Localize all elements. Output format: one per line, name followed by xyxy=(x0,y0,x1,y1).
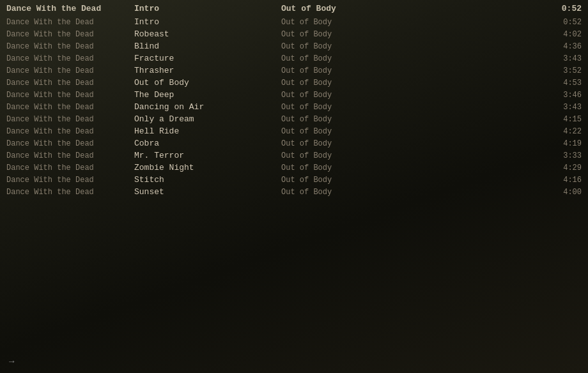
track-title: The Deep xyxy=(134,90,281,100)
track-title: Only a Dream xyxy=(134,114,281,124)
track-artist: Dance With the Dead xyxy=(6,115,134,124)
track-list: Dance With the Dead Intro Out of Body 0:… xyxy=(0,0,588,201)
track-artist: Dance With the Dead xyxy=(6,66,134,75)
track-artist: Dance With the Dead xyxy=(6,54,134,63)
track-title: Intro xyxy=(134,17,281,27)
track-duration: 4:02 xyxy=(543,30,582,39)
track-album: Out of Body xyxy=(281,18,543,27)
track-duration: 4:22 xyxy=(543,127,582,136)
track-album: Out of Body xyxy=(281,127,543,136)
track-row[interactable]: Dance With the DeadRobeastOut of Body4:0… xyxy=(0,28,588,40)
track-album: Out of Body xyxy=(281,151,543,160)
track-duration: 3:43 xyxy=(543,103,582,112)
track-title: Thrasher xyxy=(134,66,281,75)
track-album: Out of Body xyxy=(281,103,543,112)
track-artist: Dance With the Dead xyxy=(6,164,134,172)
track-album: Out of Body xyxy=(281,30,543,39)
header-duration: 0:52 xyxy=(543,4,582,13)
track-title: Dancing on Air xyxy=(134,102,281,112)
track-duration: 4:15 xyxy=(543,115,582,124)
track-artist: Dance With the Dead xyxy=(6,151,134,160)
track-artist: Dance With the Dead xyxy=(6,188,134,197)
track-duration: 4:36 xyxy=(543,42,582,51)
track-header-row: Dance With the Dead Intro Out of Body 0:… xyxy=(0,3,588,15)
bottom-arrow-icon: → xyxy=(9,356,14,367)
track-duration: 0:52 xyxy=(543,18,582,27)
track-title: Hell Ride xyxy=(134,126,281,136)
track-album: Out of Body xyxy=(281,188,543,197)
track-row[interactable]: Dance With the DeadOut of BodyOut of Bod… xyxy=(0,77,588,89)
track-artist: Dance With the Dead xyxy=(6,18,134,27)
track-row[interactable]: Dance With the DeadMr. TerrorOut of Body… xyxy=(0,149,588,162)
track-duration: 4:19 xyxy=(543,139,582,148)
track-album: Out of Body xyxy=(281,91,543,100)
track-duration: 3:33 xyxy=(543,151,582,160)
track-artist: Dance With the Dead xyxy=(6,127,134,136)
track-row[interactable]: Dance With the DeadOnly a DreamOut of Bo… xyxy=(0,113,588,125)
track-artist: Dance With the Dead xyxy=(6,139,134,148)
track-title: Sunset xyxy=(134,187,281,197)
track-title: Out of Body xyxy=(134,78,281,88)
track-title: Mr. Terror xyxy=(134,151,281,160)
track-album: Out of Body xyxy=(281,66,543,75)
track-duration: 4:00 xyxy=(543,188,582,197)
track-album: Out of Body xyxy=(281,176,543,185)
track-row[interactable]: Dance With the DeadCobraOut of Body4:19 xyxy=(0,137,588,149)
track-duration: 4:53 xyxy=(543,79,582,88)
track-duration: 3:52 xyxy=(543,66,582,75)
header-artist: Dance With the Dead xyxy=(6,4,134,13)
track-row[interactable]: Dance With the DeadStitchOut of Body4:16 xyxy=(0,174,588,186)
track-artist: Dance With the Dead xyxy=(6,79,134,88)
track-duration: 4:16 xyxy=(543,176,582,185)
track-artist: Dance With the Dead xyxy=(6,42,134,51)
track-duration: 3:46 xyxy=(543,91,582,100)
track-row[interactable]: Dance With the DeadZombie NightOut of Bo… xyxy=(0,162,588,174)
track-row[interactable]: Dance With the DeadSunsetOut of Body4:00 xyxy=(0,186,588,198)
track-album: Out of Body xyxy=(281,42,543,51)
track-row[interactable]: Dance With the DeadBlindOut of Body4:36 xyxy=(0,40,588,52)
track-album: Out of Body xyxy=(281,115,543,124)
track-album: Out of Body xyxy=(281,164,543,172)
track-artist: Dance With the Dead xyxy=(6,30,134,39)
header-title: Intro xyxy=(134,4,281,13)
track-row[interactable]: Dance With the DeadDancing on AirOut of … xyxy=(0,101,588,113)
track-album: Out of Body xyxy=(281,139,543,148)
track-row[interactable]: Dance With the DeadThrasherOut of Body3:… xyxy=(0,65,588,77)
track-row[interactable]: Dance With the DeadThe DeepOut of Body3:… xyxy=(0,89,588,101)
track-artist: Dance With the Dead xyxy=(6,176,134,185)
track-title: Fracture xyxy=(134,54,281,63)
track-title: Cobra xyxy=(134,139,281,148)
track-title: Zombie Night xyxy=(134,163,281,172)
track-title: Blind xyxy=(134,42,281,51)
track-duration: 3:43 xyxy=(543,54,582,63)
track-duration: 4:29 xyxy=(543,164,582,172)
track-row[interactable]: Dance With the DeadFractureOut of Body3:… xyxy=(0,52,588,65)
track-album: Out of Body xyxy=(281,54,543,63)
track-artist: Dance With the Dead xyxy=(6,103,134,112)
track-title: Robeast xyxy=(134,29,281,39)
header-album: Out of Body xyxy=(281,4,543,13)
track-row[interactable]: Dance With the DeadHell RideOut of Body4… xyxy=(0,125,588,137)
track-artist: Dance With the Dead xyxy=(6,91,134,100)
track-album: Out of Body xyxy=(281,79,543,88)
track-row[interactable]: Dance With the DeadIntroOut of Body0:52 xyxy=(0,16,588,28)
track-title: Stitch xyxy=(134,175,281,185)
